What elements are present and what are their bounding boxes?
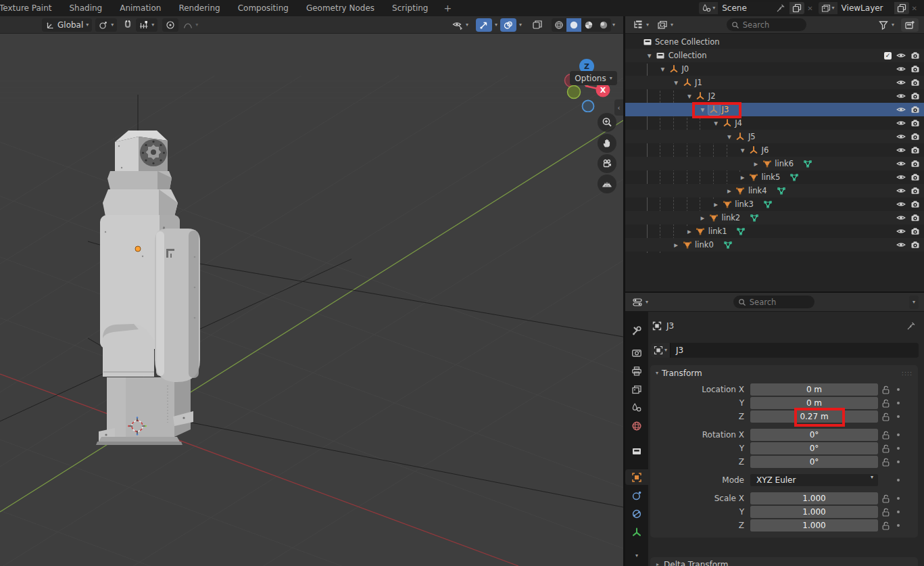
outliner-row-j0[interactable]: ▾J0	[625, 62, 924, 76]
perspective-toggle-button[interactable]	[598, 174, 616, 193]
animate-property-dot[interactable]	[893, 415, 904, 419]
value-slider[interactable]: 0°	[750, 456, 878, 468]
workspace-tab-animation[interactable]: Animation	[111, 0, 170, 16]
hide-viewport-eye-icon[interactable]	[896, 118, 906, 128]
rotation-mode-dropdown[interactable]: XYZ Euler▾	[750, 474, 878, 486]
scene-name-field[interactable]: Scene	[718, 2, 789, 14]
disable-render-camera-icon[interactable]	[910, 78, 920, 87]
properties-tab-output[interactable]	[625, 363, 648, 379]
properties-tab-object-data[interactable]	[625, 524, 648, 540]
chevron-down-icon[interactable]: ▾	[724, 132, 735, 141]
toggle-xray-button[interactable]	[529, 18, 546, 32]
options-dropdown[interactable]: Options ▾	[570, 71, 617, 85]
chevron-right-icon[interactable]: ▸	[750, 159, 761, 168]
transform-orientation-dropdown[interactable]: Global ▾	[42, 18, 92, 32]
chevron-down-icon[interactable]: ▾	[644, 51, 655, 60]
outliner-tree[interactable]: Scene Collection▾Collection✓▾J0▾J1▾J2▾J3…	[625, 34, 924, 291]
disable-render-camera-icon[interactable]	[910, 172, 920, 182]
disable-render-camera-icon[interactable]	[910, 145, 920, 155]
shading-settings-dropdown[interactable]: ▾	[611, 18, 616, 32]
outliner-row-j2[interactable]: ▾J2	[625, 89, 924, 103]
disable-render-camera-icon[interactable]	[910, 118, 920, 128]
outliner-filter-dropdown[interactable]: ▾	[875, 18, 898, 32]
pivot-point-dropdown[interactable]: ▾	[95, 18, 117, 32]
properties-editor-type-dropdown[interactable]: ▾	[629, 296, 652, 309]
outliner-row-link4[interactable]: ▸link4	[625, 184, 924, 197]
outliner-row-link1[interactable]: ▸link1	[625, 225, 924, 238]
object-visibility-dropdown[interactable]: ▾	[449, 18, 472, 32]
value-slider[interactable]: 0 m	[750, 383, 878, 396]
scene-new-button[interactable]	[789, 2, 804, 14]
object-id-dropdown[interactable]: ▾	[651, 343, 671, 358]
value-slider[interactable]: 1.000	[750, 506, 878, 518]
hide-viewport-eye-icon[interactable]	[896, 159, 906, 168]
sidebar-collapse-handle[interactable]: ‹	[614, 99, 623, 116]
lock-open-icon[interactable]	[878, 431, 893, 440]
hide-viewport-eye-icon[interactable]	[896, 64, 906, 74]
panel-delta-transform[interactable]: ▸Delta Transform	[650, 557, 918, 566]
chevron-right-icon[interactable]: ▸	[737, 172, 748, 182]
animate-property-dot[interactable]	[893, 433, 904, 437]
disable-render-camera-icon[interactable]	[910, 105, 920, 114]
transform-panel-header[interactable]: ▾ Transform ::::	[650, 365, 918, 381]
outliner-row-link3[interactable]: ▸link3	[625, 197, 924, 211]
animate-property-dot[interactable]	[893, 447, 904, 450]
object-name-field[interactable]: ▾ J3	[651, 343, 919, 358]
outliner-row-scene-collection[interactable]: Scene Collection	[625, 35, 924, 49]
camera-view-button[interactable]	[598, 154, 616, 173]
shading-rendered-button[interactable]	[596, 18, 611, 32]
value-slider[interactable]: 1.000	[750, 492, 878, 504]
outliner-search-input[interactable]	[743, 20, 802, 30]
disable-render-camera-icon[interactable]	[910, 51, 920, 60]
value-slider[interactable]: 0 m	[750, 397, 878, 409]
show-overlays-toggle[interactable]	[500, 18, 516, 32]
outliner-row-j3[interactable]: ▾J3	[625, 103, 924, 116]
properties-tab-tool[interactable]	[625, 323, 648, 338]
pin-icon[interactable]	[776, 3, 785, 13]
hide-viewport-eye-icon[interactable]	[896, 213, 906, 222]
outliner-row-link0[interactable]: ▸link0	[625, 238, 924, 252]
hide-viewport-eye-icon[interactable]	[896, 105, 906, 114]
viewport-3d[interactable]: Z Y X ‹ Options ▾	[0, 34, 623, 566]
outliner-display-mode-dropdown[interactable]: ▾	[654, 18, 677, 32]
view-layer-browse-button[interactable]: ▾	[819, 2, 837, 14]
properties-tab-constraints[interactable]	[625, 506, 648, 521]
gizmo-axis-neg-y[interactable]	[568, 86, 581, 99]
properties-search[interactable]	[733, 296, 814, 308]
shading-material-button[interactable]	[581, 18, 596, 32]
lock-open-icon[interactable]	[878, 399, 893, 408]
hide-viewport-eye-icon[interactable]	[896, 227, 906, 236]
proportional-editing-button[interactable]	[162, 18, 178, 32]
chevron-down-icon[interactable]: ▾	[710, 118, 721, 128]
animate-property-dot[interactable]	[893, 461, 904, 464]
properties-tabs-overflow-chevron[interactable]: ▾	[625, 548, 648, 563]
chevron-down-icon[interactable]: ▾	[671, 78, 681, 87]
properties-tab-scene[interactable]	[625, 400, 648, 415]
workspace-tab-scripting[interactable]: Scripting	[383, 0, 437, 16]
chevron-right-icon[interactable]: ▸	[724, 186, 735, 195]
overlays-settings-dropdown[interactable]: ▾	[518, 18, 523, 32]
disable-render-camera-icon[interactable]	[910, 213, 920, 222]
lock-open-icon[interactable]	[878, 508, 893, 517]
chevron-right-icon[interactable]: ▸	[710, 199, 721, 209]
outliner-row-j5[interactable]: ▾J5	[625, 130, 924, 143]
disable-render-camera-icon[interactable]	[910, 186, 920, 195]
pin-icon[interactable]	[906, 321, 916, 331]
hide-viewport-eye-icon[interactable]	[896, 132, 906, 141]
lock-open-icon[interactable]	[878, 521, 893, 530]
view-layer-new-button[interactable]	[894, 2, 909, 14]
properties-tab-render[interactable]	[625, 345, 648, 360]
animate-property-dot[interactable]	[893, 402, 904, 405]
outliner-search[interactable]	[727, 18, 806, 31]
chevron-right-icon[interactable]: ▸	[684, 227, 695, 236]
animate-property-dot[interactable]	[893, 497, 904, 500]
animate-property-dot[interactable]	[893, 511, 904, 514]
disable-render-camera-icon[interactable]	[910, 132, 920, 141]
pan-button[interactable]	[598, 134, 616, 153]
new-collection-button[interactable]	[901, 18, 919, 32]
gizmo-axis-neg-z[interactable]	[583, 101, 594, 112]
collection-exclude-checkbox[interactable]: ✓	[884, 52, 892, 60]
properties-tab-world[interactable]	[625, 418, 648, 433]
properties-options-dropdown[interactable]: ▾	[909, 296, 919, 309]
workspace-tab-geometry-nodes[interactable]: Geometry Nodes	[297, 0, 383, 16]
